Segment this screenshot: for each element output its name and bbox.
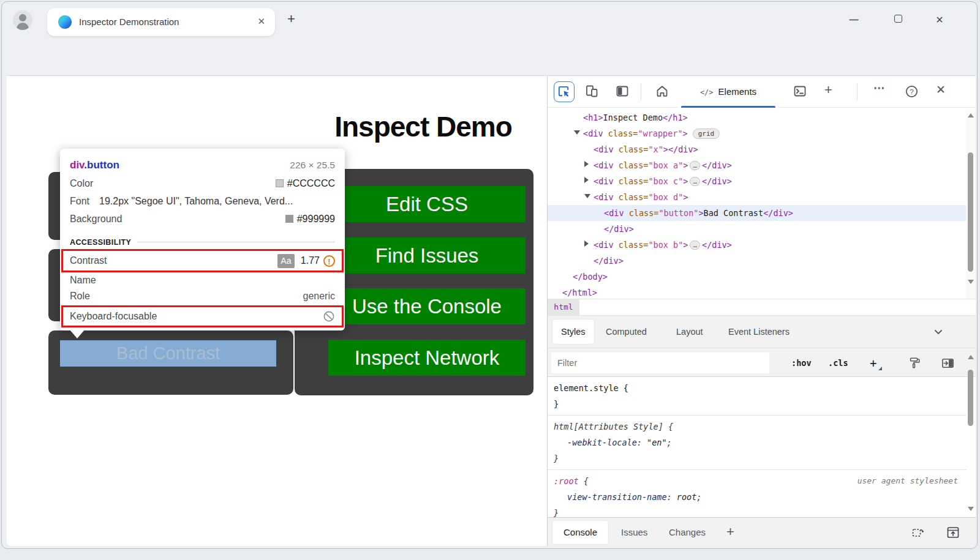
scroll-up-icon[interactable] [968,355,974,359]
browser-window: Inspector Demonstration ✕ + — ✕ https://… [1,1,978,549]
css-rule[interactable]: :root {user agent stylesheetview-transit… [548,470,967,517]
tab-elements[interactable]: </>Elements [677,76,779,108]
bad-contrast-button[interactable]: Bad Contrast [60,340,276,367]
viewport: Inspect Demo Edit CSSFind IssuesUse the … [7,75,976,546]
css-property[interactable]: view-transition-name: root; [554,489,960,505]
more-tabs-button[interactable]: + [824,82,840,98]
devtools-more-button[interactable]: ⋯ [873,81,889,97]
breadcrumb-html[interactable]: html [548,299,579,315]
demo-button[interactable]: Use the Console [328,288,526,324]
drawer-tab-changes[interactable]: Changes [669,518,706,546]
dom-tree-node[interactable]: <div class="button">Bad Contrast</div> [548,205,967,221]
css-rule[interactable]: html[Attributes Style] {-webkit-locale: … [548,416,967,470]
avatar-person-icon [19,14,26,21]
window-maximize-button[interactable] [889,14,907,24]
dom-tree-node[interactable]: </body> [548,269,967,285]
new-style-rule-button[interactable]: + [870,348,876,378]
drawer-dock-button[interactable] [911,525,925,540]
filter-input[interactable] [551,353,769,373]
dom-tree-node[interactable]: <h1>Inspect Demo</h1> [548,110,967,125]
dock-panel-icon [615,84,630,99]
dom-tree-node[interactable]: <div class="box c">…</div> [548,173,967,189]
chevron-down-icon[interactable] [932,326,944,338]
color-swatch [276,179,284,187]
expand-arrow-right-icon[interactable] [584,177,589,183]
console-panel-button[interactable] [793,84,809,100]
dom-tree-node[interactable]: <div class="box a">…</div> [548,157,967,173]
drawer-tab-issues[interactable]: Issues [621,518,647,546]
console-icon [793,84,807,99]
device-emulation-button[interactable] [584,84,600,100]
scroll-up-icon[interactable] [968,113,974,118]
background-swatch [285,215,293,223]
devtools-close-button[interactable]: ✕ [936,83,952,99]
sidebar-tab-layout[interactable]: Layout [676,316,703,348]
css-selector: html[Attributes Style] [554,422,663,431]
demo-button[interactable]: Find Issues [328,237,526,274]
code-glyph-icon: </> [700,88,714,97]
sidebar-tab-event-listeners[interactable]: Event Listeners [728,316,790,348]
devtools-help-button[interactable]: ? [904,84,920,100]
collapsed-ellipsis-icon[interactable]: … [690,241,700,250]
maximize-icon [894,15,902,23]
devtools-home-button[interactable] [655,84,671,100]
window-minimize-button[interactable]: — [845,14,863,24]
css-property[interactable]: -webkit-locale: "en"; [554,435,960,450]
tab-close-icon[interactable]: ✕ [257,16,265,27]
tooltip-font-row: Font 19.2px "Segoe UI", Tahoma, Geneva, … [70,192,335,210]
sidebar-tab-computed[interactable]: Computed [606,316,647,348]
inspect-cursor-icon [557,84,571,99]
tooltip-dimensions: 226 × 25.5 [290,160,335,171]
computed-styles-button[interactable] [908,356,921,370]
grid-badge[interactable]: grid [693,129,720,139]
element-classes-button[interactable]: .cls [828,348,848,378]
drawer-more-tools-button[interactable]: + [726,518,734,546]
tooltip-selector: div.button [70,159,119,171]
sidebar-tabs: StylesComputedLayoutEvent Listeners [548,316,976,348]
stylesheet-origin: user agent stylesheet [858,473,958,489]
expand-arrow-down-icon[interactable] [584,194,590,198]
collapsed-ellipsis-icon[interactable]: … [690,177,700,186]
css-rule[interactable]: element.style {} [548,377,967,416]
dom-tree-node[interactable]: </div> [548,253,967,269]
pseudo-state-button[interactable]: :hov [791,348,812,378]
drawer-tab-console[interactable]: Console [552,521,608,544]
expand-arrow-down-icon[interactable] [574,130,580,135]
scroll-down-icon[interactable] [968,507,974,511]
inspect-tooltip: div.button 226 × 25.5 Color #CCCCCC Font… [60,149,345,330]
scrollbar-thumb[interactable] [968,370,973,426]
help-icon: ? [904,84,919,99]
browser-tab[interactable]: Inspector Demonstration ✕ [47,8,275,36]
profile-avatar[interactable] [13,10,32,30]
dom-tree-node[interactable]: </div> [548,221,967,237]
dom-tree-node[interactable]: </html> [548,285,967,299]
scroll-down-icon[interactable] [968,280,974,284]
dom-tree-node[interactable]: <div class="box d"> [548,189,967,205]
new-rule-corner-icon [878,367,882,370]
sidebar-expand-button[interactable] [941,356,954,370]
device-emulation-icon [584,84,599,99]
demo-button[interactable]: Edit CSS [328,186,526,222]
dock-side-button[interactable] [615,84,631,100]
tooltip-name-row: Name [70,273,335,288]
demo-button[interactable]: Inspect Network [328,340,526,376]
inspect-element-button[interactable] [554,81,575,102]
tab-strip: Inspector Demonstration ✕ + — ✕ [2,2,977,37]
expand-arrow-right-icon[interactable] [584,241,589,247]
dom-tree-node[interactable]: <div class="wrapper">grid [548,125,967,141]
dom-tree-node[interactable]: <div class="x"></div> [548,141,967,157]
web-page: Inspect Demo Edit CSSFind IssuesUse the … [7,76,547,546]
dom-tree-node[interactable]: <div class="box b">…</div> [548,237,967,253]
collapsed-ellipsis-icon[interactable]: … [690,161,700,170]
elements-scrollbar[interactable] [966,110,976,299]
window-close-button[interactable]: ✕ [930,14,949,26]
sidebar-tab-styles[interactable]: Styles [552,319,594,344]
contrast-aa-chip: Aa [277,254,295,268]
expand-arrow-right-icon[interactable] [584,161,589,167]
scrollbar-thumb[interactable] [968,152,973,272]
drawer-expand-button[interactable] [946,525,960,540]
dom-tree: <h1>Inspect Demo</h1><div class="wrapper… [548,108,967,299]
new-tab-button[interactable]: + [287,11,295,27]
contrast-warning-icon: ! [323,255,335,267]
styles-scrollbar[interactable] [966,349,976,517]
